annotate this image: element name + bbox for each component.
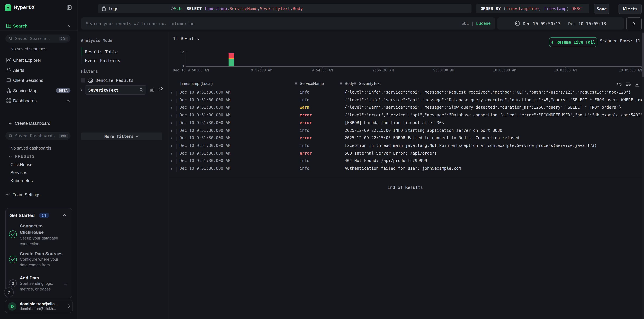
gs-item-title[interactable]: Create Data Sources: [20, 251, 62, 257]
sidebar-item-client-sessions[interactable]: Client Sessions: [0, 76, 78, 84]
row-expand-chevron-icon[interactable]: ❯: [170, 159, 172, 163]
preset-clickhouse[interactable]: ClickHouse: [10, 162, 32, 167]
gs-item-title[interactable]: Add Data: [20, 275, 39, 281]
saved-searches-input[interactable]: Saved Searches ⌘K: [5, 34, 70, 43]
row-expand-chevron-icon[interactable]: ❯: [170, 144, 172, 148]
scrollbar-thumb[interactable]: [642, 33, 644, 77]
query-language-toggle[interactable]: SQL | Lucene: [462, 21, 491, 26]
column-header-timestamp[interactable]: Timestamp (Local): [180, 81, 213, 86]
no-saved-searches-note: No saved searches: [10, 47, 46, 51]
sidebar-item-dashboards[interactable]: Dashboards: [0, 96, 78, 105]
pin-icon[interactable]: [158, 86, 163, 92]
row-expand-chevron-icon[interactable]: ❯: [170, 106, 172, 109]
table-row[interactable]: ❯Dec 10 9:51:30.000 AMerror{"level":"err…: [168, 113, 644, 120]
mode-event-patterns[interactable]: Event Patterns: [85, 58, 120, 63]
save-button[interactable]: Save: [594, 4, 610, 14]
table-row[interactable]: ❯Dec 10 9:51:30.000 AMinfo404 Not Found:…: [168, 158, 644, 166]
arrow-right-icon[interactable]: →: [64, 281, 68, 286]
preset-services[interactable]: Services: [10, 170, 27, 175]
column-header-body[interactable]: Body: [345, 81, 354, 86]
help-button[interactable]: ?: [4, 288, 14, 297]
search-input[interactable]: Search your events w/ Lucene ex. column:…: [81, 17, 495, 29]
mode-results-table[interactable]: Results Table: [85, 49, 118, 54]
sidebar-item-chart-explorer[interactable]: Chart Explorer: [0, 56, 78, 64]
table-row[interactable]: ❯Dec 10 9:51:30.000 AMerror2025-12-09 22…: [168, 135, 644, 143]
table-row[interactable]: ❯Dec 10 9:51:30.000 AMinfoException in t…: [168, 143, 644, 151]
cell-severity: info: [300, 166, 310, 171]
column-header-servicename[interactable]: ServiceName: [300, 81, 324, 86]
source-settings-gear-icon[interactable]: [170, 6, 176, 11]
column-header-severitytext[interactable]: SeverityText: [359, 81, 381, 86]
table-row[interactable]: ❯Dec 10 9:51:30.000 AMinfo{"level":"info…: [168, 97, 644, 105]
column-drag-handle-icon[interactable]: [340, 81, 342, 85]
mode-sql-label[interactable]: SQL: [462, 21, 469, 26]
row-expand-chevron-icon[interactable]: ❯: [170, 114, 172, 117]
query-token: Body: [293, 6, 303, 11]
denoise-checkbox[interactable]: [81, 78, 85, 82]
histogram-bar-info[interactable]: [228, 59, 234, 66]
denoise-label[interactable]: Denoise Results: [96, 78, 134, 83]
row-expand-chevron-icon[interactable]: ❯: [170, 167, 172, 170]
row-expand-chevron-icon[interactable]: ❯: [170, 121, 172, 125]
presets-toggle[interactable]: PRESETS: [9, 154, 35, 158]
search-placeholder: Search your events w/ Lucene ex. column:…: [86, 21, 194, 26]
sidebar-item-search[interactable]: Search: [0, 21, 78, 30]
mode-lucene-label[interactable]: Lucene: [476, 21, 491, 26]
row-expand-chevron-icon[interactable]: ❯: [170, 129, 172, 132]
sidebar-collapse-icon[interactable]: [67, 5, 72, 10]
table-row[interactable]: ❯Dec 10 9:51:30.000 AMerror[ERROR] Lambd…: [168, 120, 644, 128]
table-row[interactable]: ❯Dec 10 9:51:30.000 AMinfo{"level":"info…: [168, 90, 644, 97]
query-token: (: [503, 6, 506, 11]
cell-timestamp: Dec 10 9:51:30.000 AM: [180, 113, 230, 117]
time-range-picker[interactable]: Dec 10 09:50:13 - Dec 10 10:05:13: [497, 17, 624, 29]
row-expand-chevron-icon[interactable]: ❯: [170, 91, 172, 94]
table-row[interactable]: ❯Dec 10 9:51:30.000 AMwarn{"level":"warn…: [168, 105, 644, 113]
sidebar-item-team-settings[interactable]: Team Settings: [0, 190, 78, 199]
histogram-bar-error[interactable]: [228, 53, 234, 58]
download-icon[interactable]: [634, 82, 640, 87]
table-row[interactable]: ❯Dec 10 9:51:30.000 AMinfo2025-12-09 22:…: [168, 128, 644, 135]
alerts-button[interactable]: Alerts: [618, 4, 642, 14]
preset-kubernetes[interactable]: Kubernetes: [10, 178, 33, 183]
saved-dashboards-input[interactable]: Saved Dashboards ⌘K: [5, 132, 70, 140]
create-dashboard-button[interactable]: + Create Dashboard: [0, 119, 78, 127]
column-drag-handle-icon[interactable]: [354, 81, 356, 85]
hyperdx-logo-icon: [5, 4, 12, 11]
chevron-expand-icon[interactable]: [80, 88, 82, 92]
cell-body: 2025-12-09 22:15:00 INFO Starting applic…: [345, 128, 642, 133]
cell-timestamp: Dec 10 9:51:30.000 AM: [180, 143, 230, 148]
query-token: SeverityText: [260, 6, 290, 11]
sidebar-item-alerts[interactable]: Alerts: [0, 66, 78, 74]
cell-body: Exception in thread main java.lang.NullP…: [345, 143, 642, 148]
gs-item-title[interactable]: Connect toClickHouse: [20, 223, 44, 236]
query-token: ,: [538, 6, 544, 11]
user-profile-card[interactable]: D dominic.tran@clic... dominic.tran@clic…: [5, 300, 73, 313]
mode-indicator-active: [82, 47, 82, 56]
code-view-icon[interactable]: [616, 82, 622, 86]
end-of-results: End of Results: [168, 185, 642, 190]
more-filters-button[interactable]: More filters: [81, 132, 162, 140]
cell-body: 500 Internal Server Error: /api/orders: [345, 151, 642, 155]
select-query-input[interactable]: SELECT Timestamp,ServiceName,SeverityTex…: [182, 4, 472, 13]
chevron-up-icon[interactable]: [62, 214, 66, 217]
row-expand-chevron-icon[interactable]: ❯: [170, 98, 172, 102]
order-by-input[interactable]: ORDER BY (TimestampTime, Timestamp) DESC: [476, 4, 589, 13]
row-expand-chevron-icon[interactable]: ❯: [170, 137, 172, 140]
table-row[interactable]: ❯Dec 10 9:51:30.000 AMerror500 Internal …: [168, 151, 644, 158]
table-row[interactable]: ❯Dec 10 9:51:30.000 AMinfoAuthentication…: [168, 166, 644, 173]
row-expand-chevron-icon[interactable]: ❯: [170, 152, 172, 155]
x-tick-label: 10:02:30 AM: [554, 68, 577, 72]
severity-filter-search[interactable]: SeverityText: [85, 85, 146, 95]
cell-severity: error: [300, 151, 312, 155]
histogram-bar-warn[interactable]: [228, 58, 234, 59]
row-divider: [176, 137, 177, 141]
bar-chart-icon[interactable]: [150, 87, 155, 92]
column-drag-handle-icon[interactable]: [295, 81, 297, 85]
row-divider: [176, 121, 177, 126]
cell-timestamp: Dec 10 9:51:30.000 AM: [180, 97, 230, 102]
chevron-up-icon: [66, 25, 70, 27]
step-number-circle: 3: [9, 280, 17, 287]
sidebar-item-service-map[interactable]: Service Map BETA: [0, 86, 78, 95]
run-query-button[interactable]: [626, 17, 642, 30]
wrap-text-icon[interactable]: [626, 82, 631, 86]
